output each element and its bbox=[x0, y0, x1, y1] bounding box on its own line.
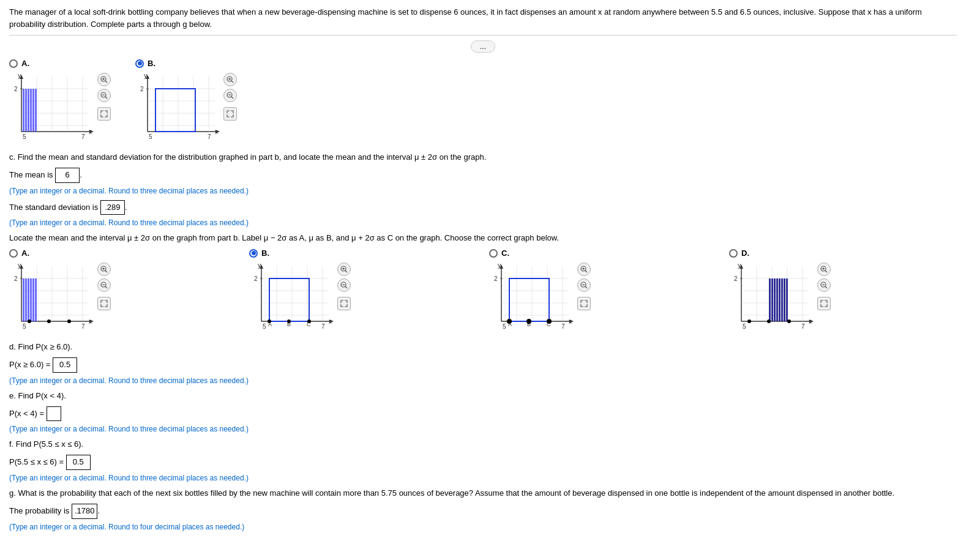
graph-header-a-bottom: A. bbox=[9, 248, 237, 258]
radio-b-bottom[interactable] bbox=[249, 249, 258, 258]
svg-rect-23 bbox=[35, 89, 37, 132]
expand-a-bottom[interactable] bbox=[97, 297, 111, 310]
expand-c-bottom[interactable] bbox=[577, 297, 591, 310]
svg-point-116 bbox=[307, 319, 311, 323]
expand-d-bottom[interactable] bbox=[817, 297, 831, 310]
radio-d-bottom[interactable] bbox=[729, 249, 738, 258]
radio-a-top[interactable] bbox=[9, 59, 18, 68]
svg-rect-142 bbox=[509, 278, 549, 321]
svg-point-115 bbox=[287, 319, 291, 323]
svg-line-122 bbox=[345, 286, 347, 288]
zoom-out-b-top[interactable] bbox=[223, 89, 237, 102]
svg-text:x: x bbox=[89, 318, 92, 325]
svg-text:5: 5 bbox=[503, 323, 506, 330]
mean-answer-box[interactable]: 6 bbox=[55, 168, 80, 183]
zoom-out-b-bottom[interactable] bbox=[337, 278, 351, 292]
expand-b-bottom[interactable] bbox=[337, 297, 351, 310]
svg-point-114 bbox=[268, 319, 271, 323]
part-e-label: e. Find P(x < 4). bbox=[9, 390, 957, 403]
svg-text:x: x bbox=[329, 318, 332, 325]
graph-header-c-bottom: C. bbox=[489, 248, 717, 258]
graph-area-d-bottom: y 2 5 7 x bbox=[729, 260, 815, 334]
zoom-out-a-bottom[interactable] bbox=[97, 278, 111, 292]
part-c-label: c. Find the mean and standard deviation … bbox=[9, 151, 957, 164]
svg-point-146 bbox=[507, 319, 512, 324]
svg-text:y: y bbox=[258, 261, 261, 269]
zoom-in-a-top[interactable] bbox=[97, 73, 111, 86]
graph-container-b-top: y 2 5 7 x bbox=[135, 70, 237, 144]
svg-text:2: 2 bbox=[734, 275, 738, 282]
graph-header-b-top: B. bbox=[135, 59, 237, 68]
radio-c-bottom[interactable] bbox=[489, 249, 498, 258]
mean-line: The mean is 6. bbox=[9, 168, 957, 183]
part-d-hint: (Type an integer or a decimal. Round to … bbox=[9, 376, 957, 385]
zoom-out-c-bottom[interactable] bbox=[577, 278, 591, 292]
zoom-controls-a-bottom bbox=[97, 263, 111, 310]
part-f-label: f. Find P(5.5 ≤ x ≤ 6). bbox=[9, 438, 957, 451]
svg-line-154 bbox=[585, 286, 587, 288]
svg-rect-19 bbox=[25, 89, 27, 132]
problem-text: The manager of a local soft-drink bottli… bbox=[9, 6, 957, 30]
svg-point-148 bbox=[547, 319, 552, 324]
svg-text:x: x bbox=[89, 129, 92, 135]
svg-rect-181 bbox=[786, 278, 788, 321]
expand-a-top[interactable] bbox=[97, 107, 111, 121]
svg-rect-21 bbox=[30, 89, 32, 132]
zoom-controls-b-top bbox=[223, 73, 237, 121]
svg-text:5: 5 bbox=[263, 323, 266, 330]
more-button[interactable]: ... bbox=[471, 40, 495, 53]
graph-svg-c-bottom: y 2 5 7 x A bbox=[489, 260, 575, 334]
zoom-controls-a-top bbox=[97, 73, 111, 121]
svg-line-29 bbox=[105, 97, 107, 99]
svg-text:2: 2 bbox=[14, 86, 18, 92]
part-e-answer-box[interactable] bbox=[47, 406, 61, 422]
svg-rect-80 bbox=[32, 278, 34, 321]
part-e-hint: (Type an integer or a decimal. Round to … bbox=[9, 425, 957, 433]
graph-header-a-top: A. bbox=[9, 59, 111, 68]
part-g-answer-box[interactable]: .1780 bbox=[72, 504, 98, 519]
zoom-in-b-bottom[interactable] bbox=[337, 263, 351, 276]
zoom-controls-d-bottom bbox=[817, 263, 831, 310]
graph-option-b-top: B. y 2 5 7 x bbox=[135, 59, 237, 144]
svg-line-118 bbox=[345, 271, 347, 272]
part-d-label: d. Find P(x ≥ 6.0). bbox=[9, 341, 957, 354]
locate-label: Locate the mean and the interval μ ± 2σ … bbox=[9, 232, 957, 245]
radio-a-bottom[interactable] bbox=[9, 249, 18, 258]
zoom-in-a-bottom[interactable] bbox=[97, 263, 111, 276]
graph-area-a-top: y 2 5 7 x bbox=[9, 70, 95, 144]
part-d-answer-box[interactable]: 0.5 bbox=[53, 357, 77, 373]
svg-rect-175 bbox=[771, 278, 773, 321]
graph-option-d-bottom: D. y 2 5 7 x bbox=[729, 248, 957, 334]
mean-hint: (Type an integer or a decimal. Round to … bbox=[9, 187, 957, 195]
part-d-prob: P(x ≥ 6.0) = 0.5 bbox=[9, 357, 957, 373]
svg-line-150 bbox=[585, 271, 587, 272]
svg-text:7: 7 bbox=[561, 323, 565, 330]
radio-b-top[interactable] bbox=[135, 59, 144, 68]
svg-text:x: x bbox=[569, 318, 572, 325]
part-f-prob: P(5.5 ≤ x ≤ 6) = 0.5 bbox=[9, 455, 957, 470]
graph-svg-b-top: y 2 5 7 x bbox=[135, 70, 221, 144]
zoom-out-a-top[interactable] bbox=[97, 89, 111, 102]
svg-point-147 bbox=[526, 319, 531, 324]
zoom-in-b-top[interactable] bbox=[223, 73, 237, 86]
svg-rect-178 bbox=[779, 278, 781, 321]
svg-rect-18 bbox=[23, 89, 24, 132]
zoom-in-c-bottom[interactable] bbox=[577, 263, 591, 276]
part-e-prob: P(x < 4) = bbox=[9, 406, 957, 422]
svg-text:7: 7 bbox=[81, 133, 85, 140]
zoom-controls-c-bottom bbox=[577, 263, 591, 310]
svg-line-190 bbox=[825, 286, 827, 288]
svg-text:5: 5 bbox=[743, 323, 746, 330]
svg-line-90 bbox=[105, 286, 107, 288]
expand-b-top[interactable] bbox=[223, 107, 237, 121]
zoom-out-d-bottom[interactable] bbox=[817, 278, 831, 292]
graph-svg-b-bottom: y 2 5 7 x A bbox=[249, 260, 335, 334]
graph-header-d-bottom: D. bbox=[729, 248, 957, 258]
std-answer-box[interactable]: .289 bbox=[100, 200, 125, 215]
label-c-bottom: C. bbox=[501, 248, 509, 258]
svg-line-56 bbox=[231, 97, 233, 99]
label-a-bottom: A. bbox=[21, 248, 29, 258]
part-f-answer-box[interactable]: 0.5 bbox=[66, 455, 91, 470]
zoom-in-d-bottom[interactable] bbox=[817, 263, 831, 276]
svg-text:7: 7 bbox=[81, 323, 85, 330]
